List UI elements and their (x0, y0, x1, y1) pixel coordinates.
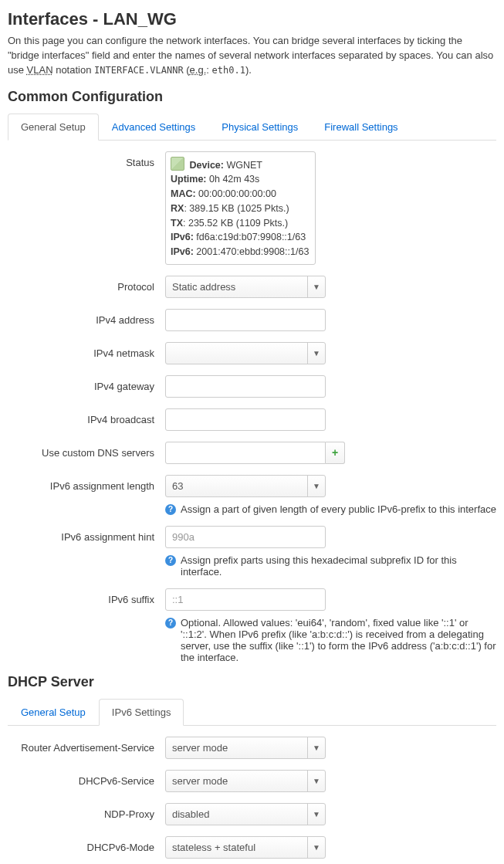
chevron-down-icon: ▼ (307, 476, 325, 496)
chevron-down-icon: ▼ (307, 837, 325, 858)
dhcp-tabs: General Setup IPv6 Settings (8, 698, 496, 726)
chevron-down-icon: ▼ (307, 737, 325, 758)
info-icon: ? (165, 504, 176, 515)
ndp-proxy-select[interactable]: disabled ▼ (165, 803, 326, 825)
tab-dhcp-ipv6[interactable]: IPv6 Settings (99, 699, 184, 726)
ipv4-netmask-label: IPv4 netmask (8, 342, 165, 359)
ra-service-select[interactable]: server mode ▼ (165, 737, 326, 759)
tab-advanced-settings[interactable]: Advanced Settings (99, 114, 208, 141)
dhcpv6-service-label: DHCPv6-Service (8, 770, 165, 787)
network-device-icon (171, 157, 184, 171)
vlan-abbr: VLAN (27, 64, 53, 76)
chevron-down-icon: ▼ (307, 771, 325, 791)
tab-firewall-settings[interactable]: Firewall Settings (311, 114, 411, 141)
ipv4-broadcast-input[interactable] (165, 408, 326, 431)
ndp-proxy-label: NDP-Proxy (8, 803, 165, 820)
ipv6-suffix-label: IPv6 suffix (8, 588, 165, 605)
ipv4-netmask-select[interactable]: ▼ (165, 342, 326, 364)
dhcpv6-service-select[interactable]: server mode ▼ (165, 770, 326, 792)
ipv6-assign-hint-label: IPv6 assignment hint (8, 526, 165, 543)
ipv4-address-label: IPv4 address (8, 309, 165, 326)
dhcpv6-mode-select[interactable]: stateless + stateful ▼ (165, 836, 326, 859)
info-icon: ? (165, 618, 176, 629)
ipv6-assign-hint-input[interactable] (165, 526, 326, 548)
protocol-label: Protocol (8, 276, 165, 293)
status-box: Device: WGNET Uptime: 0h 42m 43s MAC: 00… (165, 151, 316, 265)
vlan-example: eth0.1 (212, 65, 245, 76)
ipv6-assign-length-hint: ? Assign a part of given length of every… (165, 503, 496, 515)
chevron-down-icon: ▼ (307, 804, 325, 825)
chevron-down-icon: ▼ (307, 276, 325, 297)
ipv6-assign-length-label: IPv6 assignment length (8, 475, 165, 492)
dns-input[interactable] (165, 442, 326, 464)
plus-icon: + (332, 446, 338, 459)
tab-physical-settings[interactable]: Physical Settings (208, 114, 311, 141)
ipv6-suffix-hint: ? Optional. Allowed values: 'eui64', 'ra… (165, 617, 496, 663)
info-icon: ? (165, 555, 176, 566)
dhcpv6-mode-label: DHCPv6-Mode (8, 836, 165, 853)
eg-abbr: e.g. (190, 64, 207, 76)
status-label: Status (8, 151, 165, 168)
ra-service-label: Router Advertisement-Service (8, 737, 165, 754)
ipv4-address-input[interactable] (165, 309, 326, 331)
protocol-select[interactable]: Static address ▼ (165, 276, 326, 298)
dhcp-server-heading: DHCP Server (8, 674, 496, 690)
ipv6-suffix-input[interactable] (165, 588, 326, 611)
vlan-notation-example: INTERFACE.VLANNR (94, 65, 184, 76)
common-config-tabs: General Setup Advanced Settings Physical… (8, 113, 496, 141)
ipv4-gateway-input[interactable] (165, 375, 326, 398)
tab-general-setup[interactable]: General Setup (8, 114, 99, 141)
tab-dhcp-general[interactable]: General Setup (8, 699, 99, 726)
ipv6-assign-length-select[interactable]: 63 ▼ (165, 475, 326, 497)
ipv4-broadcast-label: IPv4 broadcast (8, 408, 165, 425)
page-description: On this page you can configure the netwo… (8, 34, 496, 78)
ipv6-assign-hint-hint: ? Assign prefix parts using this hexadec… (165, 554, 496, 578)
chevron-down-icon: ▼ (307, 343, 325, 364)
dns-label: Use custom DNS servers (8, 442, 165, 459)
page-title: Interfaces - LAN_WG (8, 9, 496, 29)
common-config-heading: Common Configuration (8, 89, 496, 105)
add-dns-button[interactable]: + (326, 442, 345, 464)
ipv4-gateway-label: IPv4 gateway (8, 375, 165, 392)
